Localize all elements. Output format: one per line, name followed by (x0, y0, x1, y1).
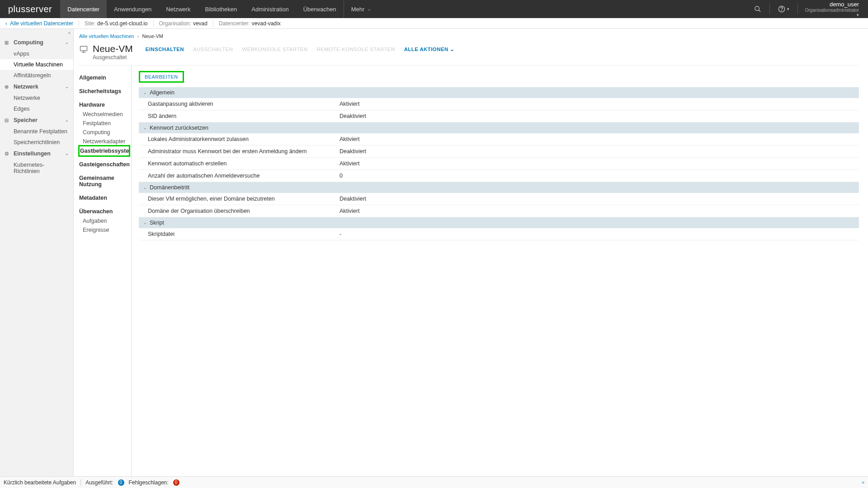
detail-nav-wechselmedien[interactable]: Wechselmedien (79, 110, 129, 119)
svg-point-3 (781, 10, 782, 11)
setting-row: Skriptdatei- (139, 228, 859, 240)
sidebar-item-netzwerke[interactable]: Netzwerke (0, 93, 73, 103)
action-einschalten[interactable]: EINSCHALTEN (146, 47, 184, 52)
site-value: de-5.vcd.get-cloud.io (97, 20, 147, 27)
sidebar-item-benannte-festplatten[interactable]: Benannte Festplatten (0, 126, 73, 137)
sidebar-collapse-icon[interactable]: « (0, 29, 73, 37)
breadcrumb-root[interactable]: Alle virtuellen Maschinen (79, 33, 134, 39)
svg-point-0 (755, 6, 759, 10)
sidebar-item-affinitätsregeln[interactable]: Affinitätsregeln (0, 70, 73, 81)
setting-row: Anzahl der automatischen Anmeldeversuche… (139, 170, 859, 182)
setting-value: Deaktiviert (340, 113, 366, 119)
user-menu[interactable]: demo_user Organisationsadministrator (802, 1, 863, 17)
section-domänenbeitritt[interactable]: ⌄Domänenbeitritt (139, 182, 859, 193)
topnav-tab-datencenter[interactable]: Datencenter (60, 0, 107, 18)
chevron-down-icon: ⌄ (143, 221, 147, 225)
bearbeiten-button[interactable]: BEARBEITEN (139, 71, 184, 83)
computing-icon: ⊞ (5, 40, 11, 46)
setting-value: 0 (340, 173, 343, 179)
setting-row: Domäne der Organisation überschreibenAkt… (139, 205, 859, 217)
sidebar-group-einstellungen[interactable]: ⚙Einstellungen⌄ (0, 148, 73, 160)
setting-value: Aktiviert (340, 136, 359, 142)
chevron-down-icon: ⌄ (143, 126, 147, 130)
org-value: vevad (193, 20, 208, 27)
svg-line-1 (759, 10, 760, 12)
sidebar-item-vapps[interactable]: vApps (0, 48, 73, 59)
topnav-tab-netzwerk[interactable]: Netzwerk (159, 0, 198, 18)
setting-value: Aktiviert (340, 160, 359, 167)
detail-nav-gemeinsame-nutzung[interactable]: Gemeinsame Nutzung (79, 173, 129, 189)
detail-nav-metadaten[interactable]: Metadaten (79, 193, 129, 203)
vm-actions: EINSCHALTEN AUSSCHALTEN WEBKONSOLE START… (146, 46, 455, 52)
back-chevron-icon[interactable]: ‹ (5, 20, 7, 27)
sidebar-item-speicherrichtlinien[interactable]: Speicherrichtlinien (0, 137, 73, 148)
dc-label: Datencenter: (219, 20, 250, 27)
chevron-down-icon: ⌄ (143, 185, 147, 190)
topnav-tab-bibliotheken[interactable]: Bibliotheken (198, 0, 244, 18)
setting-row: Lokales Administratorkennwort zulassenAk… (139, 133, 859, 145)
sidebar-item-virtuelle-maschinen[interactable]: Virtuelle Maschinen (0, 59, 73, 70)
footer-recent: Kürzlich bearbeitete Aufgaben (4, 479, 76, 486)
detail-nav-netzwerkadapter[interactable]: Netzwerkadapter (79, 137, 129, 146)
setting-row: SID ändernDeaktiviert (139, 110, 859, 122)
action-remotekonsole[interactable]: REMOTE-KONSOLE STARTEN (316, 47, 395, 52)
sidebar-group-speicher[interactable]: ⊟Speicher⌄ (0, 114, 73, 126)
detail-nav-sicherheitstags[interactable]: Sicherheitstags (79, 86, 129, 96)
speicher-icon: ⊟ (5, 117, 11, 123)
setting-row: Administrator muss Kennwort bei der erst… (139, 145, 859, 158)
footer-expand-icon[interactable]: » (862, 480, 864, 485)
user-name: demo_user (830, 1, 859, 8)
vm-status: Ausgeschaltet (93, 54, 133, 61)
footer-running-count: 0 (118, 479, 124, 486)
brand-logo: plusserver (0, 0, 60, 18)
action-webkonsole[interactable]: WEBKONSOLE STARTEN (242, 47, 308, 52)
footer-failed-count: 0 (173, 479, 179, 486)
detail-nav-gasteigenschaften[interactable]: Gasteigenschaften (79, 160, 129, 169)
detail-nav-aufgaben[interactable]: Aufgaben (79, 216, 129, 225)
search-icon[interactable] (750, 5, 766, 13)
detail-nav-festplatten[interactable]: Festplatten (79, 119, 129, 128)
section-skript[interactable]: ⌄Skript (139, 217, 859, 228)
action-ausschalten[interactable]: AUSSCHALTEN (193, 47, 233, 52)
detail-nav-hardware[interactable]: Hardware (79, 100, 129, 110)
setting-key: Anzahl der automatischen Anmeldeversuche (148, 173, 340, 179)
help-icon[interactable] (774, 5, 794, 13)
setting-key: Skriptdatei (148, 231, 340, 237)
sidebar-item-kubernetes-richtlinien[interactable]: Kubernetes-Richtlinien (0, 160, 73, 177)
detail-nav-überwachen[interactable]: Überwachen (79, 206, 129, 216)
section-allgemein[interactable]: ⌄Allgemein (139, 87, 859, 98)
vm-icon (79, 45, 88, 55)
topnav-tab-administration[interactable]: Administration (244, 0, 296, 18)
detail-nav-gastbetriebssystemanpassung[interactable]: Gastbetriebssystemanpassung (79, 146, 129, 156)
svg-rect-4 (80, 46, 87, 51)
setting-value: Deaktiviert (340, 196, 366, 202)
vm-header: Neue-VM Ausgeschaltet EINSCHALTEN AUSSCH… (79, 42, 859, 66)
vm-title: Neue-VM (93, 43, 133, 54)
section-kennwort-zurücksetzen[interactable]: ⌄Kennwort zurücksetzen (139, 122, 859, 133)
top-nav: plusserver DatencenterAnwendungenNetzwer… (0, 0, 868, 18)
detail-nav-allgemein[interactable]: Allgemein (79, 73, 129, 83)
detail-nav-ereignisse[interactable]: Ereignisse (79, 225, 129, 235)
topnav-tab-überwachen[interactable]: Überwachen (296, 0, 344, 18)
breadcrumb: Alle virtuellen Maschinen › Neue-VM (79, 29, 859, 42)
setting-value: Aktiviert (340, 101, 359, 107)
action-all[interactable]: ALLE AKTIONEN ⌄ (404, 46, 455, 52)
setting-key: Domäne der Organisation überschreiben (148, 208, 340, 214)
chevron-down-icon: ⌄ (143, 90, 147, 95)
user-role: Organisationsadministrator (805, 8, 859, 13)
sidebar-group-computing[interactable]: ⊞Computing⌄ (0, 37, 73, 48)
sidebar-group-netzwerk[interactable]: ⊕Netzwerk⌄ (0, 81, 73, 93)
netzwerk-icon: ⊕ (5, 84, 11, 90)
footer-failed-label: Fehlgeschlagen: (129, 479, 169, 486)
topnav-tab-mehr[interactable]: Mehr ⌄ (344, 0, 379, 18)
setting-key: Administrator muss Kennwort bei der erst… (148, 148, 340, 155)
topnav-tab-anwendungen[interactable]: Anwendungen (107, 0, 159, 18)
dc-value: vevad-vadix (252, 20, 281, 27)
task-footer: Kürzlich bearbeitete Aufgaben Ausgeführt… (0, 476, 868, 488)
back-link[interactable]: Alle virtuellen Datencenter (10, 20, 73, 27)
sidebar: « ⊞Computing⌄vAppsVirtuelle MaschinenAff… (0, 29, 74, 476)
sidebar-item-edges[interactable]: Edges (0, 103, 73, 114)
detail-nav-computing[interactable]: Computing (79, 128, 129, 137)
setting-key: Lokales Administratorkennwort zulassen (148, 136, 340, 142)
setting-key: Kennwort automatisch erstellen (148, 160, 340, 167)
